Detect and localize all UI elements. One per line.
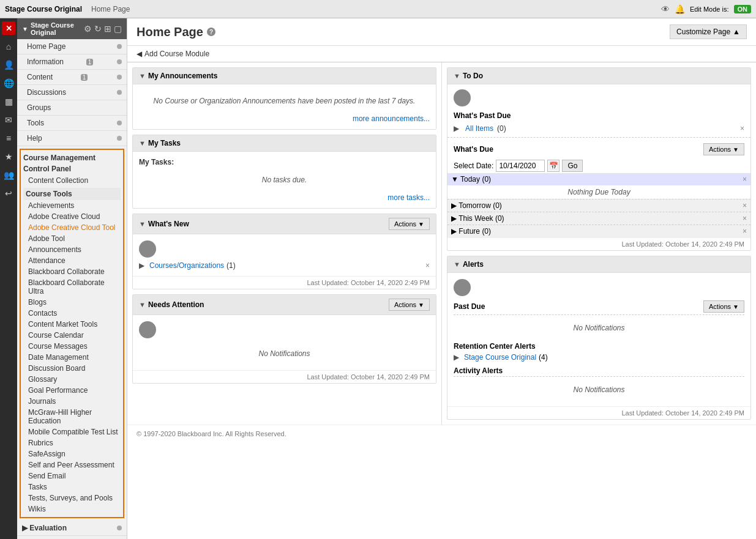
sidebar-header[interactable]: ▼ Stage Course Original ⚙ ↻ ⊞ ▢ xyxy=(17,18,127,39)
grade-center-section[interactable]: ▶ Grade Center xyxy=(17,536,127,539)
tool-adobe-cc-tool[interactable]: Adobe Creative Cloud Tool xyxy=(23,222,121,233)
add-course-module-button[interactable]: ◀ Add Course Module xyxy=(127,46,756,62)
this-week-header[interactable]: ▶ This Week (0) × xyxy=(447,212,750,225)
sidebar-settings-icon[interactable]: ⚙ xyxy=(84,24,92,34)
courses-expand-icon[interactable]: ▶ xyxy=(139,261,144,270)
all-items-link[interactable]: All Items xyxy=(465,124,493,133)
today-header[interactable]: ▼ Today (0) × xyxy=(447,173,750,185)
tool-self-peer[interactable]: Self and Peer Assessment xyxy=(23,459,121,470)
my-announcements-header[interactable]: ▼My Announcements xyxy=(133,68,436,84)
tool-date-management[interactable]: Date Management xyxy=(23,352,121,363)
tool-send-email[interactable]: Send Email xyxy=(23,470,121,481)
all-items-expand-icon[interactable]: ▶ xyxy=(454,124,459,133)
close-button[interactable]: ✕ xyxy=(2,21,15,35)
tool-journals[interactable]: Journals xyxy=(23,396,121,407)
no-tasks-text: No tasks due. xyxy=(139,169,430,190)
whats-due-actions-button[interactable]: Actions ▼ xyxy=(703,143,744,155)
tool-course-calendar[interactable]: Course Calendar xyxy=(23,330,121,341)
courses-orgs-link[interactable]: Courses/Organizations xyxy=(149,261,224,270)
sidebar-history-icon[interactable]: ⊞ xyxy=(104,24,111,34)
star-icon[interactable]: ★ xyxy=(2,150,15,163)
tool-wikis[interactable]: Wikis xyxy=(23,504,121,515)
tool-discussion-board[interactable]: Discussion Board xyxy=(23,363,121,374)
tool-adobe-tool[interactable]: Adobe Tool xyxy=(23,233,121,244)
needs-attention-actions-button[interactable]: Actions ▼ xyxy=(389,299,430,311)
more-announcements-link[interactable]: more announcements... xyxy=(139,111,430,123)
whats-new-footer: Last Updated: October 14, 2020 2:49 PM xyxy=(133,276,436,289)
course-tools-label[interactable]: Course Tools xyxy=(23,188,121,200)
tool-tests-surveys[interactable]: Tests, Surveys, and Pools xyxy=(23,493,121,504)
tool-rubrics[interactable]: Rubrics xyxy=(23,437,121,448)
tool-tasks[interactable]: Tasks xyxy=(23,481,121,493)
user-icon[interactable]: 👤 xyxy=(2,58,15,72)
today-dismiss-icon[interactable]: × xyxy=(743,175,747,184)
tool-mcgrawhill[interactable]: McGraw-Hill Higher Education xyxy=(23,407,121,426)
todo-header[interactable]: ▼To Do xyxy=(447,68,750,84)
my-tasks-header[interactable]: ▼My Tasks xyxy=(133,135,436,152)
todo-section: ▼To Do What's Past Due ▶ All Items xyxy=(447,67,751,251)
thisweek-dismiss-icon[interactable]: × xyxy=(743,214,747,223)
eye-icon[interactable]: 👁 xyxy=(661,4,670,14)
needs-attention-avatar xyxy=(139,321,156,338)
more-tasks-link[interactable]: more tasks... xyxy=(139,190,430,202)
alerts-actions-icon: ▼ xyxy=(733,303,739,310)
sidebar-nav-item-homepage[interactable]: Home Page xyxy=(17,39,127,54)
tool-content-market[interactable]: Content Market Tools xyxy=(23,319,121,330)
calendar-icon[interactable]: 📅 xyxy=(547,160,560,172)
tool-blogs[interactable]: Blogs xyxy=(23,297,121,308)
tool-goal-performance[interactable]: Goal Performance xyxy=(23,385,121,396)
info-icon[interactable]: ? xyxy=(207,28,215,36)
sidebar-nav-item-content[interactable]: Content 1 xyxy=(17,70,127,85)
control-panel-link[interactable]: Control Panel xyxy=(23,163,121,174)
whats-new-actions-button[interactable]: Actions ▼ xyxy=(389,218,430,230)
all-items-dismiss[interactable]: × xyxy=(740,124,744,133)
todo-avatar xyxy=(454,89,471,106)
people-icon[interactable]: 👥 xyxy=(2,168,15,182)
go-button[interactable]: Go xyxy=(562,160,583,172)
sidebar-nav-item-tools[interactable]: Tools xyxy=(17,116,127,131)
date-input[interactable] xyxy=(496,160,545,172)
sidebar-nav-item-information[interactable]: Information 1 xyxy=(17,54,127,70)
alerts-actions-button[interactable]: Actions ▼ xyxy=(703,300,744,313)
sidebar-refresh-icon[interactable]: ↻ xyxy=(94,24,102,34)
whats-new-header[interactable]: ▼What's New Actions ▼ xyxy=(133,214,436,234)
tool-attendance[interactable]: Attendance xyxy=(23,255,121,266)
future-dismiss-icon[interactable]: × xyxy=(743,227,747,236)
needs-attention-header[interactable]: ▼Needs Attention Actions ▼ xyxy=(133,295,436,315)
tool-glossary[interactable]: Glossary xyxy=(23,374,121,385)
sidebar-course-title: Stage Course Original xyxy=(31,21,84,36)
tomorrow-header[interactable]: ▶ Tomorrow (0) × xyxy=(447,199,750,212)
list-icon[interactable]: ≡ xyxy=(2,132,15,145)
tool-mobile-test[interactable]: Mobile Compatible Test List xyxy=(23,426,121,437)
sidebar-nav-item-help[interactable]: Help xyxy=(17,131,127,146)
tool-course-messages[interactable]: Course Messages xyxy=(23,341,121,352)
main-footer: © 1997-2020 Blackboard Inc. All Rights R… xyxy=(127,425,756,442)
sidebar-nav-item-discussions[interactable]: Discussions xyxy=(17,85,127,100)
notification-icon[interactable]: 🔔 xyxy=(675,4,685,14)
tomorrow-dismiss-icon[interactable]: × xyxy=(743,201,747,210)
tool-achievements[interactable]: Achievements xyxy=(23,200,121,211)
future-header[interactable]: ▶ Future (0) × xyxy=(447,225,750,237)
globe-icon[interactable]: 🌐 xyxy=(2,76,15,90)
courses-dismiss-icon[interactable]: × xyxy=(425,261,430,270)
alerts-header[interactable]: ▼Alerts xyxy=(447,256,750,273)
mail-icon[interactable]: ✉ xyxy=(2,113,15,127)
tool-safeassign[interactable]: SafeAssign xyxy=(23,448,121,459)
sidebar-expand-icon[interactable]: ▢ xyxy=(114,24,122,34)
grid-icon[interactable]: ▦ xyxy=(2,95,15,108)
home-icon[interactable]: ⌂ xyxy=(2,40,15,53)
retention-expand-icon[interactable]: ▶ xyxy=(454,353,459,362)
tool-contacts[interactable]: Contacts xyxy=(23,308,121,319)
evaluation-section[interactable]: ▶ Evaluation xyxy=(17,521,127,536)
back-icon[interactable]: ↩ xyxy=(2,187,15,200)
tool-bb-collaborate[interactable]: Blackboard Collaborate xyxy=(23,266,121,277)
stage-course-link[interactable]: Stage Course Original xyxy=(464,353,536,362)
tool-announcements[interactable]: Announcements xyxy=(23,244,121,255)
my-tasks-body: My Tasks: No tasks due. more tasks... xyxy=(133,152,436,208)
tool-adobe-cc[interactable]: Adobe Creative Cloud xyxy=(23,211,121,222)
content-collection-link[interactable]: Content Collection xyxy=(23,174,121,187)
tool-bb-collaborate-ultra[interactable]: Blackboard Collaborate Ultra xyxy=(23,277,121,297)
select-date-label: Select Date: xyxy=(454,162,493,170)
sidebar-nav-item-groups[interactable]: Groups xyxy=(17,100,127,116)
customize-page-button[interactable]: Customize Page ▲ xyxy=(670,24,747,39)
